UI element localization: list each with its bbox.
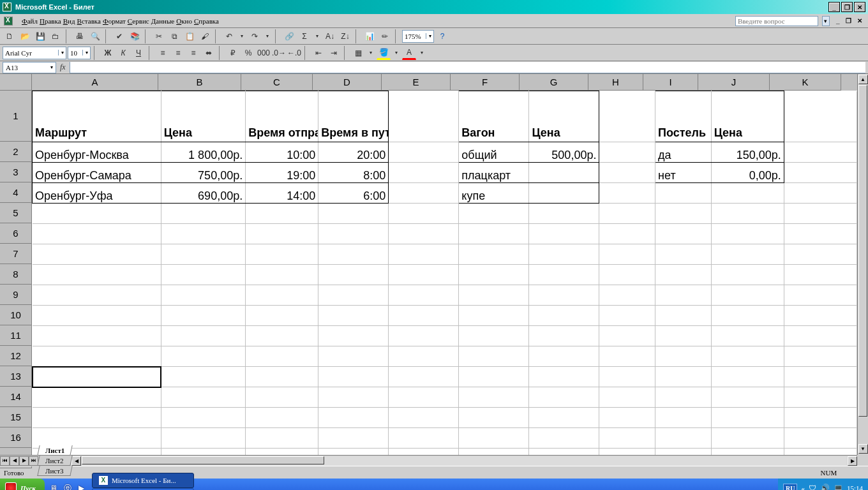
col-header-G[interactable]: G	[520, 74, 588, 91]
cell-B9[interactable]	[161, 285, 245, 306]
cell-D9[interactable]	[318, 285, 389, 306]
spellcheck-icon[interactable]: ✔	[112, 29, 126, 43]
cell-J15[interactable]	[711, 408, 784, 428]
cell-C10[interactable]	[246, 306, 318, 326]
cell-H8[interactable]	[599, 265, 655, 285]
cell-E13[interactable]	[389, 367, 459, 387]
cell-K3[interactable]	[784, 163, 857, 183]
cell-G2[interactable]: 500,00р.	[529, 142, 599, 163]
cell-B11[interactable]	[161, 326, 245, 346]
cell-E4[interactable]	[389, 183, 459, 204]
ask-question-dropdown-icon[interactable]: ▾	[822, 16, 830, 26]
fx-icon[interactable]: fx	[60, 63, 66, 72]
vertical-scrollbar[interactable]: ▲ ▼	[857, 74, 868, 455]
ie-icon[interactable]: ⓔ	[61, 481, 74, 490]
cell-D7[interactable]	[318, 244, 389, 265]
cell-D10[interactable]	[318, 306, 389, 326]
col-header-D[interactable]: D	[313, 74, 382, 91]
cell-G7[interactable]	[529, 244, 599, 265]
cell-H9[interactable]	[599, 285, 655, 306]
cell-A14[interactable]	[33, 387, 161, 408]
cell-G17[interactable]	[529, 449, 599, 456]
select-all-button[interactable]	[0, 74, 32, 91]
increase-decimal-icon[interactable]: .0→	[272, 46, 286, 60]
cell-C14[interactable]	[246, 387, 318, 408]
row-header-3[interactable]: 3	[0, 162, 32, 182]
tray-expand-icon[interactable]: «	[801, 484, 805, 490]
new-icon[interactable]: 🗋	[3, 29, 17, 43]
cell-E5[interactable]	[389, 204, 459, 224]
cell-C3[interactable]: 19:00	[246, 163, 318, 183]
cell-J7[interactable]	[711, 244, 784, 265]
undo-icon[interactable]: ↶	[222, 29, 236, 43]
cell-F14[interactable]	[459, 387, 529, 408]
cell-K12[interactable]	[784, 346, 857, 367]
tray-icon-3[interactable]: 💻	[834, 484, 843, 491]
cell-D14[interactable]	[318, 387, 389, 408]
merge-center-icon[interactable]: ⬌	[202, 46, 216, 60]
menu-Правка[interactable]: Правка	[40, 17, 61, 25]
cell-K15[interactable]	[784, 408, 857, 428]
cell-H16[interactable]	[599, 428, 655, 449]
cell-B2[interactable]: 1 800,00р.	[161, 142, 245, 163]
cell-B7[interactable]	[161, 244, 245, 265]
minimize-button[interactable]: _	[828, 2, 840, 12]
scroll-up-icon[interactable]: ▲	[858, 75, 868, 84]
cell-E14[interactable]	[389, 387, 459, 408]
col-header-H[interactable]: H	[588, 74, 643, 91]
decrease-decimal-icon[interactable]: ←.0	[287, 46, 301, 60]
comma-icon[interactable]: 000	[257, 46, 271, 60]
row-header-5[interactable]: 5	[0, 203, 32, 223]
cell-A12[interactable]	[33, 346, 161, 367]
zoom-combo[interactable]: 175%▾	[402, 30, 434, 43]
cell-G8[interactable]	[529, 265, 599, 285]
ask-question-box[interactable]	[735, 16, 818, 26]
cell-K1[interactable]	[784, 91, 857, 142]
cell-H13[interactable]	[599, 367, 655, 387]
cell-J13[interactable]	[711, 367, 784, 387]
cell-C1[interactable]: Время отправки	[246, 91, 318, 142]
cell-A8[interactable]	[33, 265, 161, 285]
cell-G10[interactable]	[529, 306, 599, 326]
cell-F6[interactable]	[459, 224, 529, 244]
col-header-B[interactable]: B	[158, 74, 241, 91]
workbook-restore-button[interactable]: ❐	[844, 17, 853, 25]
cell-J4[interactable]	[711, 183, 784, 204]
row-header-10[interactable]: 10	[0, 305, 32, 325]
cell-C8[interactable]	[246, 265, 318, 285]
workbook-close-button[interactable]: ✕	[855, 17, 864, 25]
cell-I8[interactable]	[655, 265, 712, 285]
row-header-9[interactable]: 9	[0, 285, 32, 305]
cell-H15[interactable]	[599, 408, 655, 428]
menu-Справка[interactable]: Справка	[194, 17, 219, 25]
cell-G4[interactable]	[529, 183, 599, 204]
cell-B6[interactable]	[161, 224, 245, 244]
col-header-C[interactable]: C	[241, 74, 313, 91]
cell-J10[interactable]	[711, 306, 784, 326]
cell-E12[interactable]	[389, 346, 459, 367]
copy-icon[interactable]: ⧉	[167, 29, 181, 43]
cell-C2[interactable]: 10:00	[246, 142, 318, 163]
cell-E11[interactable]	[389, 326, 459, 346]
cell-D15[interactable]	[318, 408, 389, 428]
cell-F9[interactable]	[459, 285, 529, 306]
drawing-icon[interactable]: ✏	[378, 29, 392, 43]
cell-J9[interactable]	[711, 285, 784, 306]
cell-J11[interactable]	[711, 326, 784, 346]
col-header-F[interactable]: F	[451, 74, 520, 91]
cell-I17[interactable]	[655, 449, 712, 456]
cell-K2[interactable]	[784, 142, 857, 163]
cell-H3[interactable]	[599, 163, 655, 183]
cell-J1[interactable]: Цена	[711, 91, 784, 142]
cell-E3[interactable]	[389, 163, 459, 183]
cell-D1[interactable]: Время в пути	[318, 91, 389, 142]
menu-Формат[interactable]: Формат	[103, 17, 126, 25]
cell-D16[interactable]	[318, 428, 389, 449]
cell-F7[interactable]	[459, 244, 529, 265]
cells-area[interactable]: МаршрутЦенаВремя отправкиВремя в путиВаг…	[32, 91, 857, 455]
format-painter-icon[interactable]: 🖌	[198, 29, 212, 43]
cell-G14[interactable]	[529, 387, 599, 408]
cell-I1[interactable]: Постель	[655, 91, 712, 142]
cell-F15[interactable]	[459, 408, 529, 428]
cell-I4[interactable]	[655, 183, 712, 204]
